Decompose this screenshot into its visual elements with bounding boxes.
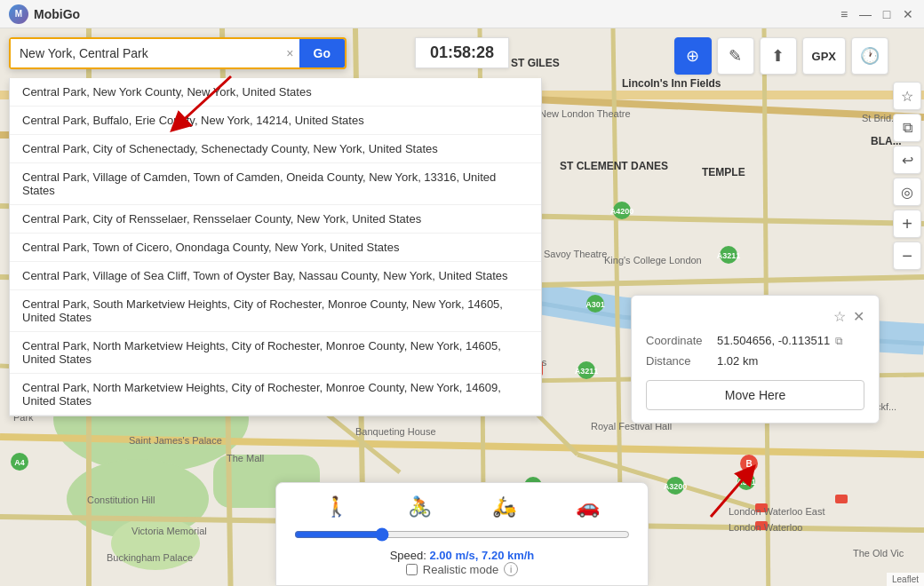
- svg-text:A3211: A3211: [575, 367, 599, 376]
- speed-value: 2.00 m/s, 7.20 km/h: [430, 549, 535, 562]
- clock-button[interactable]: 🕐: [851, 37, 888, 75]
- copy-coordinate-button[interactable]: ⧉: [835, 335, 843, 347]
- distance-label: Distance: [646, 354, 717, 368]
- coordinate-row: Coordinate 51.504656, -0.113511 ⧉: [646, 334, 864, 347]
- svg-text:B: B: [745, 459, 752, 469]
- coordinate-label: Coordinate: [646, 334, 717, 347]
- bike-mode-button[interactable]: 🚴: [408, 495, 432, 519]
- search-input[interactable]: [11, 39, 281, 67]
- svg-text:A4200: A4200: [610, 207, 634, 216]
- realistic-mode-row: Realistic mode i: [294, 562, 630, 576]
- app-logo: M MobiGo: [9, 4, 80, 24]
- svg-text:A301: A301: [585, 300, 605, 309]
- minimize-button[interactable]: —: [858, 7, 872, 21]
- dropdown-item-2[interactable]: Central Park, City of Schenectady, Schen…: [10, 135, 541, 163]
- svg-text:A4: A4: [14, 458, 25, 467]
- dropdown-item-8[interactable]: Central Park, North Marketview Heights, …: [10, 332, 541, 374]
- svg-rect-54: [755, 503, 768, 512]
- logo-icon: M: [9, 4, 28, 24]
- speed-label: Speed:: [390, 549, 426, 562]
- dropdown-item-7[interactable]: Central Park, South Marketview Heights, …: [10, 290, 541, 332]
- bottom-panel: 🚶 🚴 🛵 🚗 Speed: 2.00 m/s, 7.20 km/h Reali…: [275, 482, 649, 586]
- speed-slider[interactable]: [294, 527, 630, 542]
- car-mode-button[interactable]: 🚗: [576, 495, 600, 519]
- leaflet-credit: Leaflet: [887, 573, 924, 586]
- coordinate-value: 51.504656, -0.113511: [717, 334, 830, 347]
- top-toolbar: ⊕ ✎ ⬆ GPX 🕐: [674, 37, 888, 75]
- menu-button[interactable]: ≡: [837, 7, 851, 21]
- realistic-mode-checkbox[interactable]: [406, 564, 418, 575]
- popup-header: ☆ ✕: [646, 308, 864, 325]
- timer-display: 01:58:28: [415, 37, 509, 68]
- pencil-button[interactable]: ✎: [717, 37, 754, 75]
- sidebar-locate-button[interactable]: ◎: [893, 178, 921, 206]
- realistic-mode-label: Realistic mode: [423, 563, 498, 576]
- speed-slider-row: [294, 527, 630, 542]
- close-button[interactable]: ✕: [901, 7, 915, 21]
- distance-value: 1.02 km: [717, 354, 758, 368]
- titlebar: M MobiGo ≡ — □ ✕: [0, 0, 924, 28]
- walk-mode-button[interactable]: 🚶: [324, 495, 348, 519]
- app-title: MobiGo: [34, 7, 80, 21]
- clear-button[interactable]: ×: [281, 46, 299, 60]
- popup-star-button[interactable]: ☆: [833, 308, 846, 325]
- search-dropdown: Central Park, New York County, New York,…: [9, 78, 542, 416]
- popup-close-button[interactable]: ✕: [853, 308, 864, 325]
- svg-text:A3211: A3211: [717, 251, 741, 260]
- svg-rect-55: [755, 521, 768, 530]
- dropdown-item-1[interactable]: Central Park, Buffalo, Erie County, New …: [10, 107, 541, 135]
- dropdown-item-6[interactable]: Central Park, Village of Sea Cliff, Town…: [10, 262, 541, 290]
- go-button[interactable]: Go: [299, 39, 345, 67]
- svg-text:A3200: A3200: [664, 482, 688, 491]
- coordinate-popup: ☆ ✕ Coordinate 51.504656, -0.113511 ⧉ Di…: [631, 295, 880, 424]
- move-here-button[interactable]: Move Here: [646, 380, 864, 410]
- realistic-mode-info-button[interactable]: i: [504, 562, 518, 576]
- distance-row: Distance 1.02 km: [646, 354, 864, 368]
- sidebar-undo-button[interactable]: ↩: [893, 146, 921, 174]
- share-button[interactable]: ⬆: [760, 37, 797, 75]
- window-controls: ≡ — □ ✕: [837, 7, 915, 21]
- dropdown-item-4[interactable]: Central Park, City of Rensselaer, Rensse…: [10, 205, 541, 234]
- speed-text: Speed: 2.00 m/s, 7.20 km/h: [294, 549, 630, 562]
- svg-point-3: [111, 517, 200, 570]
- dropdown-item-0[interactable]: Central Park, New York County, New York,…: [10, 78, 541, 107]
- scooter-mode-button[interactable]: 🛵: [492, 495, 516, 519]
- dropdown-item-5[interactable]: Central Park, Town of Cicero, Onondaga C…: [10, 234, 541, 262]
- search-bar: × Go: [9, 37, 346, 69]
- main-area: A4200 A3211 A301 A3212 A3211 A4 A4 A3200…: [0, 28, 924, 586]
- zoom-in-button[interactable]: +: [893, 210, 921, 238]
- gpx-button[interactable]: GPX: [802, 37, 846, 75]
- right-sidebar: ☆ ⧉ ↩ ◎ + −: [890, 28, 924, 586]
- dropdown-item-3[interactable]: Central Park, Village of Camden, Town of…: [10, 163, 541, 205]
- dropdown-item-9[interactable]: Central Park, North Marketview Heights, …: [10, 374, 541, 416]
- sidebar-copy-button[interactable]: ⧉: [893, 114, 921, 142]
- crosshair-button[interactable]: ⊕: [674, 37, 712, 75]
- maximize-button[interactable]: □: [880, 7, 894, 21]
- transport-mode-selector: 🚶 🚴 🛵 🚗: [294, 495, 630, 519]
- svg-rect-56: [835, 495, 848, 503]
- sidebar-star-button[interactable]: ☆: [893, 82, 921, 110]
- zoom-out-button[interactable]: −: [893, 242, 921, 270]
